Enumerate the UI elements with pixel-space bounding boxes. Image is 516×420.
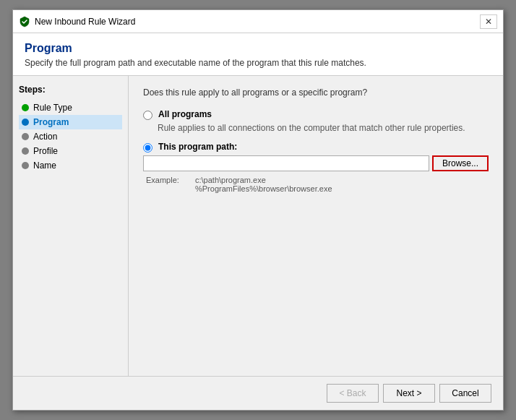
sidebar: Steps: Rule Type Program Action Profile …: [13, 76, 129, 376]
header-section: Program Specify the full program path an…: [13, 33, 503, 76]
next-button[interactable]: Next >: [383, 384, 435, 403]
this-program-group: This program path: Browse... Example: c:…: [143, 142, 489, 193]
this-program-label[interactable]: This program path:: [158, 142, 237, 152]
all-programs-option[interactable]: All programs: [143, 109, 489, 120]
all-programs-desc: Rule applies to all connections on the c…: [158, 123, 489, 133]
sidebar-item-action[interactable]: Action: [19, 129, 122, 144]
cancel-button[interactable]: Cancel: [439, 384, 491, 403]
sidebar-label-profile: Profile: [33, 146, 58, 156]
this-program-option[interactable]: This program path:: [143, 142, 489, 153]
browse-button[interactable]: Browse...: [432, 155, 489, 171]
sidebar-item-rule-type[interactable]: Rule Type: [19, 100, 122, 115]
example-values: c:\path\program.exe%ProgramFiles%\browse…: [195, 176, 332, 193]
program-path-row: Browse...: [143, 155, 489, 171]
title-bar-left: New Inbound Rule Wizard: [19, 16, 135, 27]
example-row: Example: c:\path\program.exe%ProgramFile…: [146, 176, 489, 193]
page-description: Specify the full program path and execut…: [25, 58, 491, 68]
back-button[interactable]: < Back: [327, 384, 379, 403]
sidebar-title: Steps:: [19, 85, 122, 95]
this-program-radio[interactable]: [143, 143, 152, 153]
program-path-input[interactable]: [143, 155, 429, 171]
sidebar-item-program[interactable]: Program: [19, 115, 122, 129]
wizard-window: New Inbound Rule Wizard ✕ Program Specif…: [12, 9, 504, 411]
footer: < Back Next > Cancel: [13, 376, 503, 410]
sidebar-item-profile[interactable]: Profile: [19, 144, 122, 158]
sidebar-item-name[interactable]: Name: [19, 158, 122, 173]
example-label: Example:: [146, 176, 189, 193]
question-text: Does this rule apply to all programs or …: [143, 87, 489, 98]
sidebar-label-action: Action: [33, 132, 57, 142]
all-programs-radio[interactable]: [143, 111, 152, 120]
dot-profile: [22, 147, 29, 155]
sidebar-label-program: Program: [33, 117, 69, 127]
dot-program: [22, 119, 29, 126]
title-bar: New Inbound Rule Wizard ✕: [13, 10, 503, 33]
all-programs-label[interactable]: All programs: [158, 109, 212, 119]
window-title: New Inbound Rule Wizard: [35, 17, 135, 27]
sidebar-label-rule-type: Rule Type: [33, 103, 72, 113]
page-title: Program: [25, 42, 491, 55]
close-button[interactable]: ✕: [480, 14, 497, 29]
all-programs-group: All programs Rule applies to all connect…: [143, 109, 489, 133]
sidebar-label-name: Name: [33, 160, 56, 171]
dot-rule-type: [22, 104, 29, 111]
main-content: Does this rule apply to all programs or …: [129, 76, 503, 376]
body: Steps: Rule Type Program Action Profile …: [13, 76, 503, 376]
shield-icon: [19, 16, 30, 27]
dot-action: [22, 133, 29, 140]
dot-name: [22, 162, 29, 169]
